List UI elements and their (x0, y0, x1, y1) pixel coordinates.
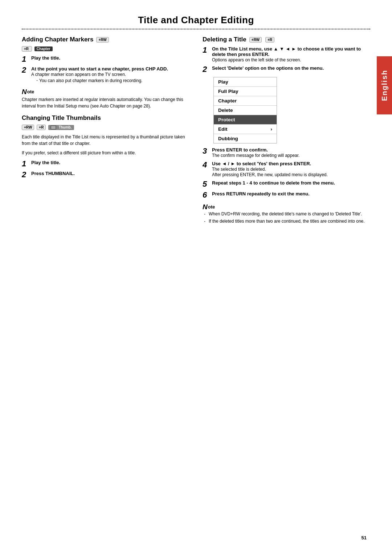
badge-r-del: +R (265, 37, 274, 42)
note-chapter-markers: Note Chapter markers are inserted at reg… (22, 88, 189, 109)
changing-title-thumbnails-heading: Changing Title Thumbnails (22, 114, 189, 122)
step-del-1: 1 On the Title List menu, use ▲ ▼ ◄ ► to… (203, 46, 370, 62)
badge-r-1: +R (22, 46, 32, 52)
badge-r-2: +R (37, 125, 46, 130)
step-del-4: 4 Use ◄ / ► to select 'Yes' then press E… (203, 161, 370, 177)
menu-item-protect: Protect (214, 115, 277, 125)
left-column: Adding Chapter Markers +RW +R Chapter 1 … (22, 36, 189, 182)
step-del-5: 5 Repeat steps 1 - 4 to continue to dele… (203, 180, 370, 188)
step-2-chp-add: 2 At the point you want to start a new c… (22, 66, 189, 84)
badge-rw-1: +RW (96, 37, 109, 42)
deleting-a-title-heading: Deleting a Title +RW +R (203, 36, 370, 43)
page-title: Title and Chapter Editing (22, 15, 370, 26)
page: English Title and Chapter Editing Adding… (0, 0, 392, 555)
note-bullet-2: If the deleted titles more than two are … (203, 219, 370, 225)
menu-item-delete: Delete (214, 106, 277, 115)
badge-chapter: Chapter (34, 46, 53, 51)
adding-chapter-markers-heading: Adding Chapter Markers +RW (22, 36, 189, 43)
options-menu: Play Full Play Chapter Delete Protect Ed… (213, 77, 277, 143)
menu-item-dubbing: Dubbing (214, 134, 277, 143)
note-deleting: Note When DVD+RW recording, the deleted … (203, 203, 370, 225)
step-thumb-2-thumbnail: 2 Press THUMBNAIL. (22, 171, 189, 179)
note-bullet-1: When DVD+RW recording, the deleted title… (203, 211, 370, 218)
menu-item-play: Play (214, 77, 277, 87)
menu-item-fullplay: Full Play (214, 87, 277, 96)
menu-item-edit: Edit › (214, 125, 277, 134)
badge-row-thumb: +RW +R Thumb. (22, 125, 189, 130)
step-thumb-1-play-title: 1 Play the title. (22, 160, 189, 168)
right-column: Deleting a Title +RW +R 1 On the Title L… (203, 36, 370, 230)
step-del-6: 6 Press RETURN repeatedly to exit the me… (203, 191, 370, 199)
badge-thumb: Thumb. (48, 125, 74, 130)
menu-item-chapter: Chapter (214, 96, 277, 106)
side-tab-english: English (377, 56, 392, 114)
page-number: 51 (362, 535, 367, 540)
two-column-layout: Adding Chapter Markers +RW +R Chapter 1 … (22, 36, 370, 230)
step-del-3: 3 Press ENTER to confirm. The confirm me… (203, 147, 370, 158)
badge-rw-2: +RW (22, 125, 34, 130)
dotted-divider (22, 29, 370, 29)
badge-row-chapter: +R Chapter (22, 46, 189, 52)
badge-rw-del: +RW (249, 37, 262, 42)
thumb-icon (50, 125, 56, 130)
step-1-play-title: 1 Play the title. (22, 55, 189, 63)
step-del-2: 2 Select 'Delete' option on the options … (203, 65, 370, 73)
